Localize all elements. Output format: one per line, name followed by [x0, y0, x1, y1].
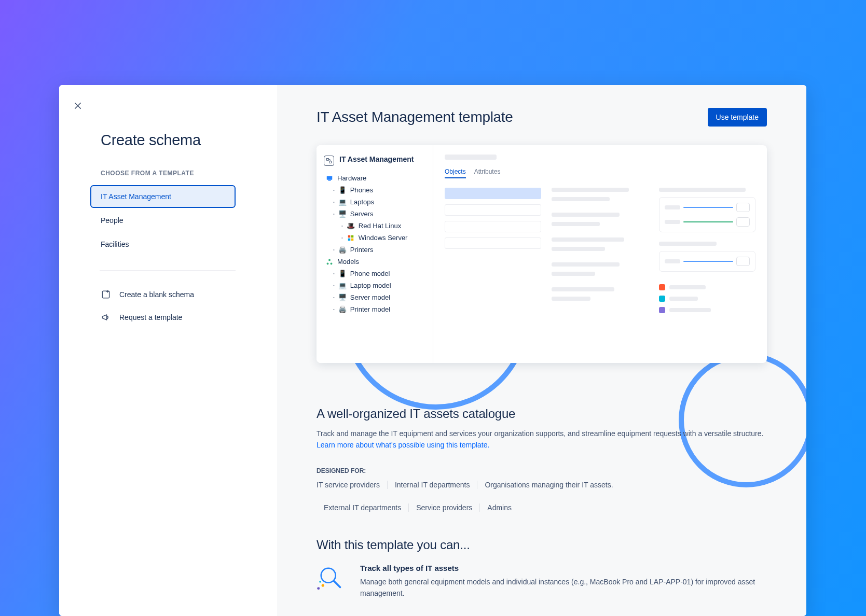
- feature-text: Manage both general equipment models and…: [360, 577, 767, 599]
- catalogue-title: A well-organized IT assets catalogue: [317, 407, 767, 421]
- svg-rect-4: [328, 180, 331, 180]
- preview-detail-pane: Objects Attributes: [433, 145, 767, 363]
- placeholder-line: [659, 242, 717, 246]
- placeholder-line: [552, 237, 624, 242]
- preview-area: IT Asset Management Hardware • 📱 Phones …: [317, 145, 767, 363]
- placeholder-line: [552, 247, 604, 251]
- svg-rect-7: [348, 238, 351, 241]
- with-template-title: With this template you can...: [317, 538, 767, 552]
- tree-node-hardware[interactable]: Hardware: [324, 172, 425, 184]
- tree-node-redhat[interactable]: • 🎩 Red Hat Linux: [324, 220, 425, 232]
- svg-point-9: [328, 259, 331, 261]
- preview-col: [445, 188, 541, 313]
- bullet-icon: •: [333, 188, 335, 192]
- svg-point-11: [331, 262, 333, 264]
- bullet-icon: •: [333, 283, 335, 288]
- tree-node-laptop-model[interactable]: • 💻 Laptop model: [324, 279, 425, 291]
- svg-point-10: [327, 262, 329, 264]
- tree-node-servers[interactable]: • 🖥️ Servers: [324, 208, 425, 220]
- close-button[interactable]: [72, 100, 84, 112]
- placeholder-line: [659, 188, 746, 192]
- printer-icon: 🖨️: [339, 306, 346, 313]
- tree-node-windows[interactable]: • Windows Server: [324, 232, 425, 244]
- preview-tabs: Objects Attributes: [445, 168, 755, 178]
- megaphone-icon: [101, 312, 111, 323]
- svg-rect-8: [351, 238, 354, 241]
- placeholder-line: [552, 188, 629, 192]
- sidebar-title: Create schema: [101, 132, 277, 149]
- tree-label: Windows Server: [359, 234, 408, 242]
- tree-label: Phones: [350, 186, 373, 194]
- tree-node-printers[interactable]: • 🖨️ Printers: [324, 244, 425, 256]
- use-template-button[interactable]: Use template: [708, 108, 767, 127]
- bullet-icon: •: [333, 212, 335, 216]
- audience-tag: IT service providers: [317, 481, 388, 489]
- placeholder-line: [445, 155, 497, 160]
- tree-label: Printer model: [350, 305, 390, 313]
- create-blank-schema[interactable]: Create a blank schema: [59, 283, 277, 306]
- audience-tag: Organisations managing their IT assets.: [477, 481, 620, 489]
- designed-for-tags: IT service providers Internal IT departm…: [317, 481, 767, 512]
- svg-rect-15: [317, 587, 320, 590]
- tab-objects[interactable]: Objects: [445, 168, 466, 178]
- feature-content: Track all types of IT assets Manage both…: [360, 564, 767, 599]
- main-content: IT Asset Management template Use templat…: [277, 85, 806, 616]
- swatch-icon: [659, 284, 665, 290]
- bullet-icon: •: [333, 247, 335, 252]
- svg-point-13: [322, 584, 324, 587]
- relation-card: [659, 197, 755, 232]
- template-facilities[interactable]: Facilities: [90, 233, 236, 256]
- swatch-icon: [659, 307, 665, 313]
- audience-tag: Service providers: [409, 503, 480, 512]
- phone-icon: 📱: [339, 187, 346, 194]
- object-tree-pane: IT Asset Management Hardware • 📱 Phones …: [317, 145, 433, 363]
- request-template[interactable]: Request a template: [59, 306, 277, 329]
- svg-rect-1: [327, 159, 329, 161]
- bullet-icon: •: [333, 200, 335, 204]
- printer-icon: 🖨️: [339, 246, 346, 254]
- tree-label: Hardware: [337, 174, 366, 182]
- tree-label: Laptops: [350, 198, 374, 206]
- tree-node-printer-model[interactable]: • 🖨️ Printer model: [324, 303, 425, 315]
- placeholder-line: [552, 222, 600, 226]
- tree-node-models[interactable]: Models: [324, 256, 425, 268]
- template-it-asset-management[interactable]: IT Asset Management: [90, 185, 236, 208]
- tab-attributes[interactable]: Attributes: [474, 168, 501, 178]
- tree-node-phones[interactable]: • 📱 Phones: [324, 184, 425, 196]
- svg-point-14: [319, 581, 321, 583]
- template-section-label: CHOOSE FROM A TEMPLATE: [101, 170, 277, 177]
- tree-label: Laptop model: [350, 282, 391, 289]
- relation-card: [659, 251, 755, 272]
- template-preview-card: IT Asset Management Hardware • 📱 Phones …: [317, 145, 767, 363]
- tree-node-phone-model[interactable]: • 📱 Phone model: [324, 268, 425, 279]
- bullet-icon: •: [333, 271, 335, 276]
- placeholder-line: [445, 237, 541, 249]
- tree-label: Server model: [350, 293, 390, 301]
- redhat-icon: 🎩: [347, 222, 354, 230]
- laptop-icon: 💻: [339, 282, 346, 289]
- template-people[interactable]: People: [90, 209, 236, 232]
- learn-more-link[interactable]: Learn more about what's possible using t…: [317, 441, 489, 449]
- svg-rect-5: [348, 235, 351, 237]
- svg-rect-0: [102, 291, 109, 298]
- bullet-icon: •: [333, 295, 335, 300]
- tree-label: Servers: [350, 210, 374, 218]
- placeholder-line: [552, 287, 614, 291]
- tree-node-server-model[interactable]: • 🖥️ Server model: [324, 291, 425, 303]
- placeholder-line: [552, 213, 619, 217]
- tree-node-laptops[interactable]: • 💻 Laptops: [324, 196, 425, 208]
- windows-icon: [347, 234, 354, 242]
- preview-grid: [445, 188, 755, 313]
- tree-label: Red Hat Linux: [359, 222, 401, 230]
- placeholder-line: [445, 204, 541, 216]
- models-icon: [326, 258, 333, 265]
- placeholder-line: [552, 262, 619, 267]
- feature-row: Track all types of IT assets Manage both…: [317, 564, 767, 599]
- swatch-icon: [659, 296, 665, 302]
- blank-schema-icon: [101, 289, 111, 300]
- svg-rect-2: [329, 161, 332, 163]
- create-schema-modal: Create schema CHOOSE FROM A TEMPLATE IT …: [59, 85, 806, 616]
- bullet-icon: •: [333, 307, 335, 312]
- placeholder-line: [552, 297, 590, 301]
- request-template-label: Request a template: [119, 313, 182, 321]
